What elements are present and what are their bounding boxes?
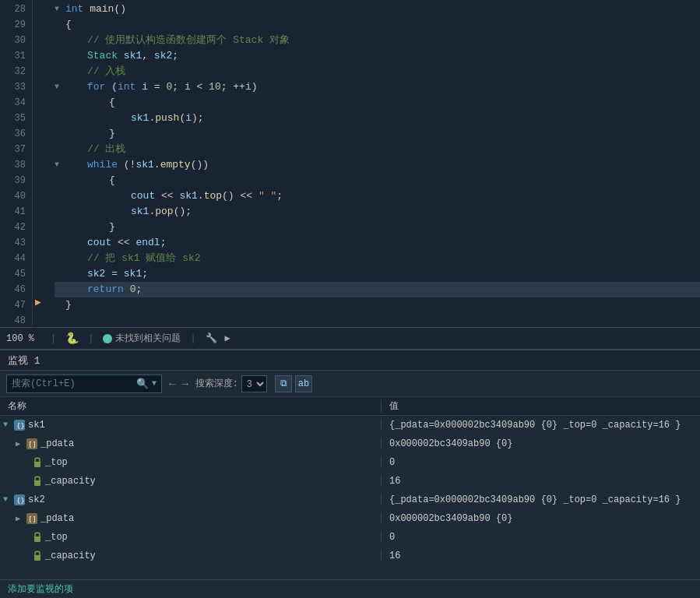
- watch-icon-copy[interactable]: ⧉: [275, 375, 292, 392]
- col-header-name: 名称: [0, 399, 382, 413]
- sk1-value: {_pdata=0x000002bc3409ab90 {0} _top=0 _c…: [382, 420, 700, 431]
- watch-row-sk1-capacity[interactable]: ▶ _capacity 16: [0, 472, 700, 491]
- code-line-29: {: [55, 17, 700, 33]
- status-bar: 100 % | 🐍 | ✓ 未找到相关问题 | 🔧 ▶: [0, 327, 700, 349]
- expand-sk1[interactable]: ▼: [3, 420, 11, 429]
- code-line-36: }: [55, 126, 700, 142]
- add-watch-row[interactable]: 添加要监视的项: [0, 579, 700, 598]
- toolbar-nav: ← →: [167, 378, 191, 390]
- code-line-43: cout << endl;: [55, 235, 700, 251]
- code-line-48: }: [55, 297, 700, 313]
- watch-title: 监视 1: [8, 354, 40, 368]
- watch-row-sk2-capacity[interactable]: ▶ _capacity 16: [0, 547, 700, 565]
- sk2-value: {_pdata=0x000002bc3409ab90 {0} _top=0 _c…: [382, 494, 700, 505]
- code-line-38: ▼ while (!sk1.empty()): [55, 157, 700, 173]
- sk1-top-value: 0: [382, 457, 700, 468]
- sk1-capacity-value: 16: [382, 476, 700, 487]
- lock-icon-top2: [33, 532, 42, 543]
- code-line-35: sk1.push(i);: [55, 111, 700, 126]
- watch-table: 名称 值 ▼ {} sk1 {_pdata=0x000002bc3409ab90…: [0, 397, 700, 598]
- watch-header: 名称 值: [0, 397, 700, 416]
- watch-row-sk1-top[interactable]: ▶ _top 0: [0, 453, 700, 472]
- svg-text:{}: {}: [16, 422, 25, 430]
- expand-sk2[interactable]: ▼: [3, 495, 11, 504]
- build-icon[interactable]: 🔧: [206, 332, 217, 344]
- search-dropdown[interactable]: ▼: [152, 379, 157, 388]
- svg-rect-5: [34, 480, 40, 486]
- col-header-value: 值: [382, 399, 700, 413]
- obj-icon-sk2: {}: [14, 494, 25, 505]
- watch-rows: ▼ {} sk1 {_pdata=0x000002bc3409ab90 {0} …: [0, 416, 700, 579]
- field-icon-pdata1: []: [26, 438, 37, 449]
- watch-icons: ⧉ ab: [275, 375, 312, 392]
- depth-box: 搜索深度: 3 1 2 4 5: [195, 375, 267, 392]
- watch-row-sk2-pdata[interactable]: ▶ [] _pdata 0x000002bc3409ab90 {0}: [0, 509, 700, 528]
- code-line-28: ▼ int main(): [55, 2, 700, 17]
- ok-dot: ✓: [103, 334, 112, 343]
- code-line-34: {: [55, 95, 700, 111]
- svg-text:{}: {}: [16, 497, 25, 505]
- nav-next[interactable]: →: [179, 378, 190, 390]
- code-line-37: // 出栈: [55, 142, 700, 157]
- sk1-pdata-value: 0x000002bc3409ab90 {0}: [382, 438, 700, 449]
- nav-arrow[interactable]: ▶: [225, 332, 230, 344]
- depth-select[interactable]: 3 1 2 4 5: [241, 375, 267, 392]
- status-text: 未找到相关问题: [115, 332, 181, 345]
- watch-row-sk1-pdata[interactable]: ▶ [] _pdata 0x000002bc3409ab90 {0}: [0, 434, 700, 453]
- watch-toolbar: 搜索(Ctrl+E) 🔍 ▼ ← → 搜索深度: 3 1 2 4 5 ⧉ ab: [0, 371, 700, 397]
- code-line-32: // 入栈: [55, 64, 700, 79]
- status-ok: ✓ 未找到相关问题: [103, 332, 181, 345]
- code-line-45: sk2 = sk1;: [55, 266, 700, 282]
- collapse-28[interactable]: ▼: [55, 2, 65, 17]
- svg-rect-10: [34, 536, 40, 542]
- sk2-top-value: 0: [382, 532, 700, 543]
- code-line-30: // 使用默认构造函数创建两个 Stack 对象: [55, 33, 700, 48]
- watch-row-sk1[interactable]: ▼ {} sk1 {_pdata=0x000002bc3409ab90 {0} …: [0, 416, 700, 434]
- code-editor: 28 29 30 31 32 33 34 35 36 37 38 39 40 4…: [0, 0, 700, 327]
- language-icon: 🐍: [65, 332, 79, 345]
- collapse-38[interactable]: ▼: [55, 157, 65, 173]
- code-area: 28 29 30 31 32 33 34 35 36 37 38 39 40 4…: [0, 0, 700, 327]
- collapse-33[interactable]: ▼: [55, 79, 65, 95]
- lock-icon-top1: [33, 457, 42, 468]
- field-icon-pdata2: []: [26, 513, 37, 524]
- sk1-capacity-name: _capacity: [45, 476, 96, 487]
- code-line-31: Stack sk1, sk2;: [55, 48, 700, 64]
- code-line-33: ▼ for (int i = 0; i < 10; ++i): [55, 79, 700, 95]
- sk2-pdata-name: _pdata: [40, 513, 74, 524]
- left-gutter: ▶: [33, 0, 48, 327]
- svg-text:[]: []: [28, 515, 37, 523]
- code-line-47: return 0;: [55, 282, 700, 297]
- watch-panel: 监视 1 搜索(Ctrl+E) 🔍 ▼ ← → 搜索深度: 3 1 2 4 5 …: [0, 349, 700, 598]
- expand-sk1-pdata[interactable]: ▶: [16, 439, 23, 448]
- sk2-name: sk2: [28, 494, 45, 505]
- zoom-level: 100 %: [6, 333, 41, 344]
- sk1-pdata-name: _pdata: [40, 438, 74, 449]
- svg-text:[]: []: [28, 441, 37, 448]
- expand-sk2-pdata[interactable]: ▶: [16, 514, 23, 523]
- search-placeholder: 搜索(Ctrl+E): [12, 377, 76, 390]
- svg-rect-11: [34, 555, 40, 561]
- watch-icon-abc[interactable]: ab: [295, 375, 312, 392]
- code-line-40: cout << sk1.top() << " ";: [55, 188, 700, 204]
- debug-arrow: ▶: [35, 296, 41, 308]
- search-icon[interactable]: 🔍: [136, 378, 149, 390]
- sk2-pdata-value: 0x000002bc3409ab90 {0}: [382, 513, 700, 524]
- sk1-top-name: _top: [45, 457, 68, 468]
- watch-title-bar: 监视 1: [0, 350, 700, 371]
- code-content[interactable]: ▼ int main() { // 使用默认构造函数创建两个 Stack 对象 …: [48, 0, 700, 327]
- nav-prev[interactable]: ←: [167, 378, 178, 390]
- code-line-42: }: [55, 220, 700, 235]
- watch-row-sk2[interactable]: ▼ {} sk2 {_pdata=0x000002bc3409ab90 {0} …: [0, 491, 700, 509]
- depth-label: 搜索深度:: [195, 377, 238, 390]
- sk2-capacity-name: _capacity: [45, 551, 96, 561]
- line-numbers: 28 29 30 31 32 33 34 35 36 37 38 39 40 4…: [0, 0, 33, 327]
- search-box[interactable]: 搜索(Ctrl+E) 🔍 ▼: [6, 375, 162, 393]
- add-watch-label: 添加要监视的项: [8, 582, 73, 596]
- lock-icon-cap1: [33, 476, 42, 487]
- watch-row-sk2-top[interactable]: ▶ _top 0: [0, 528, 700, 547]
- obj-icon-sk1: {}: [14, 420, 25, 431]
- code-line-44: // 把 sk1 赋值给 sk2: [55, 251, 700, 266]
- sk2-capacity-value: 16: [382, 551, 700, 561]
- lock-icon-cap2: [33, 551, 42, 561]
